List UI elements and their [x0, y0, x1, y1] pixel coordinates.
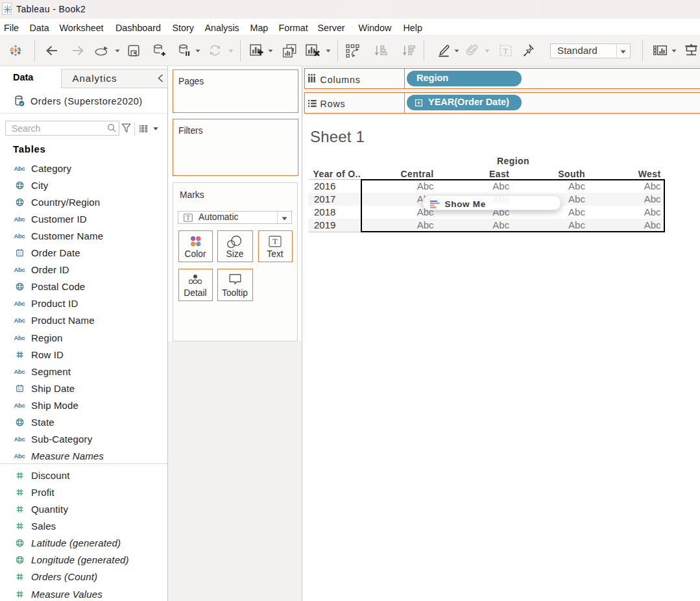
svg-text:T: T	[503, 47, 509, 56]
svg-text:T: T	[272, 236, 278, 246]
svg-text:T: T	[186, 215, 190, 221]
